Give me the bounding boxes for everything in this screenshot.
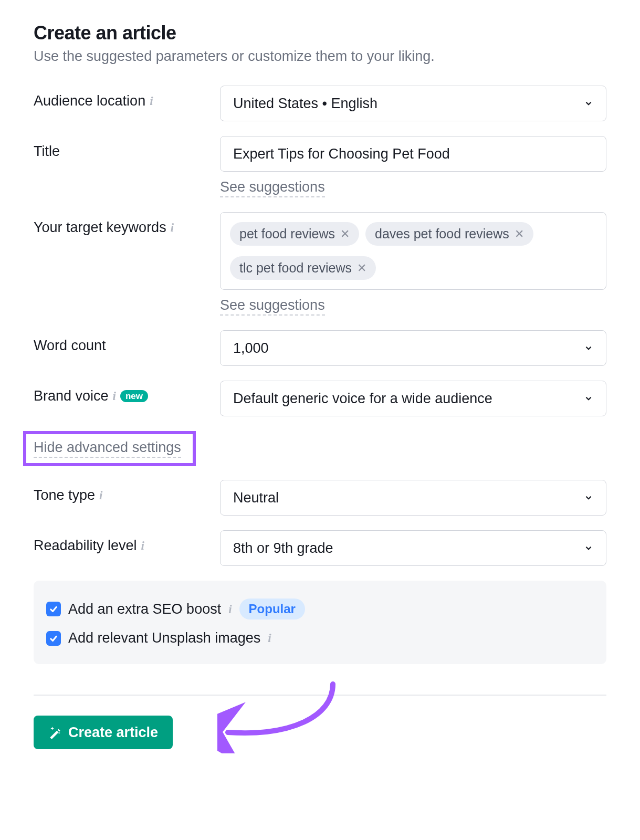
audience-location-value: United States • English	[233, 96, 377, 112]
info-icon[interactable]: i	[113, 390, 116, 402]
brand-voice-select[interactable]: Default generic voice for a wide audienc…	[220, 381, 606, 416]
remove-keyword-icon[interactable]: ✕	[357, 262, 366, 274]
tone-type-value: Neutral	[233, 490, 279, 506]
readability-value: 8th or 9th grade	[233, 540, 333, 556]
info-icon[interactable]: i	[171, 222, 174, 234]
keywords-label: Your target keywords	[34, 219, 166, 236]
keyword-pill: pet food reviews ✕	[230, 222, 359, 246]
new-badge: new	[120, 390, 148, 402]
word-count-value: 1,000	[233, 340, 269, 356]
check-icon	[49, 634, 58, 643]
keyword-pill-label: tlc pet food reviews	[239, 260, 352, 276]
readability-select[interactable]: 8th or 9th grade	[220, 530, 606, 566]
info-icon[interactable]: i	[228, 603, 232, 615]
tone-type-select[interactable]: Neutral	[220, 480, 606, 516]
chevron-down-icon	[584, 343, 593, 353]
magic-wand-icon	[48, 726, 62, 739]
page-title: Create an article	[34, 22, 606, 44]
title-input[interactable]	[220, 136, 606, 172]
chevron-down-icon	[584, 543, 593, 553]
divider	[34, 695, 606, 696]
keyword-pill: tlc pet food reviews ✕	[230, 256, 376, 280]
keywords-see-suggestions-link[interactable]: See suggestions	[220, 297, 325, 316]
seo-boost-label: Add an extra SEO boost	[68, 601, 221, 617]
info-icon[interactable]: i	[99, 489, 102, 501]
options-panel: Add an extra SEO boost i Popular Add rel…	[34, 581, 606, 664]
audience-location-label: Audience location	[34, 93, 145, 109]
keyword-pill-label: pet food reviews	[239, 226, 335, 242]
tone-type-label: Tone type	[34, 487, 95, 503]
info-icon[interactable]: i	[268, 632, 271, 644]
page-subtitle: Use the suggested parameters or customiz…	[34, 48, 606, 65]
create-article-button[interactable]: Create article	[34, 716, 173, 749]
advanced-settings-highlight: Hide advanced settings	[23, 431, 196, 466]
unsplash-label: Add relevant Unsplash images	[68, 630, 260, 646]
chevron-down-icon	[584, 493, 593, 502]
seo-boost-checkbox[interactable]	[46, 602, 61, 616]
chevron-down-icon	[584, 99, 593, 108]
brand-voice-label: Brand voice	[34, 388, 109, 404]
keyword-pill-label: daves pet food reviews	[375, 226, 509, 242]
title-label: Title	[34, 143, 60, 160]
title-see-suggestions-link[interactable]: See suggestions	[220, 179, 325, 197]
brand-voice-value: Default generic voice for a wide audienc…	[233, 391, 492, 407]
remove-keyword-icon[interactable]: ✕	[340, 228, 350, 240]
word-count-select[interactable]: 1,000	[220, 330, 606, 366]
annotation-arrow-icon	[217, 680, 354, 753]
readability-label: Readability level	[34, 538, 137, 554]
popular-badge: Popular	[239, 598, 305, 620]
keywords-input[interactable]: pet food reviews ✕ daves pet food review…	[220, 212, 606, 290]
info-icon[interactable]: i	[141, 540, 144, 552]
hide-advanced-settings-link[interactable]: Hide advanced settings	[34, 439, 181, 458]
keyword-pill: daves pet food reviews ✕	[365, 222, 533, 246]
word-count-label: Word count	[34, 338, 106, 354]
create-article-button-label: Create article	[68, 724, 158, 741]
check-icon	[49, 604, 58, 614]
unsplash-checkbox[interactable]	[46, 631, 61, 646]
remove-keyword-icon[interactable]: ✕	[515, 228, 524, 240]
audience-location-select[interactable]: United States • English	[220, 86, 606, 121]
chevron-down-icon	[584, 394, 593, 403]
info-icon[interactable]: i	[150, 95, 153, 107]
